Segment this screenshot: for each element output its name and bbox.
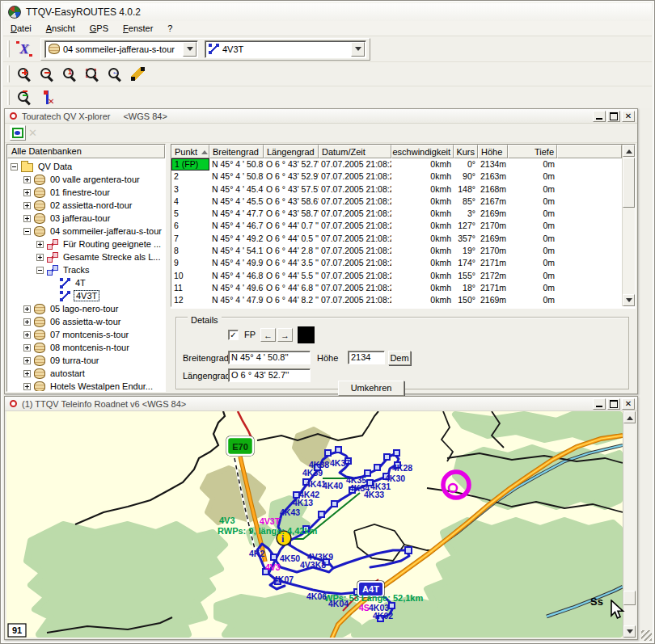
zoom-window-button[interactable] — [82, 65, 103, 84]
zoom-100-button[interactable]: 1 — [59, 65, 80, 84]
column-header[interactable]: Höhe — [478, 145, 508, 158]
expand-toggle[interactable] — [36, 267, 44, 274]
tree-item[interactable]: QV Data — [7, 160, 165, 173]
expand-toggle[interactable] — [23, 318, 31, 326]
tree-item[interactable]: autostart — [7, 367, 165, 380]
expand-toggle[interactable] — [36, 254, 44, 261]
horizontal-splitter[interactable] — [171, 307, 636, 314]
expand-toggle[interactable] — [23, 331, 31, 339]
tree-item[interactable]: 04 sommeiler-jafferau-s-tour — [7, 225, 165, 238]
scrollbar-thumb[interactable] — [623, 158, 635, 208]
scroll-up-button[interactable] — [623, 411, 636, 423]
map-canvas[interactable]: E70 A4T 4V3 RWPs: 9, länge: 4,42km WPs: … — [6, 411, 623, 638]
tree-item[interactable]: Hotels Westalpen Endur... — [7, 380, 165, 392]
scroll-down-button[interactable] — [623, 294, 635, 306]
menu-?[interactable]: ? — [160, 22, 180, 35]
zoom-out-button[interactable] — [36, 65, 57, 84]
show-on-map-button[interactable] — [10, 125, 26, 141]
table-row[interactable]: 12N 45° 4 ' 47.9''O 6 ° 44' 8.2 ''07.07.… — [171, 294, 622, 306]
expand-toggle[interactable] — [23, 357, 31, 364]
xplorer-toggle-button[interactable]: X — [14, 40, 35, 59]
menu-datei[interactable]: Datei — [3, 22, 39, 35]
altitude-field[interactable]: 2134 — [348, 351, 385, 364]
menu-fenster[interactable]: Fenster — [116, 22, 160, 35]
zoom-previous-button[interactable]: ← — [104, 65, 125, 84]
longitude-field[interactable]: O 6 ° 43' 52.7'' — [228, 368, 311, 382]
close-button[interactable] — [622, 398, 635, 410]
table-row[interactable]: 4N 45° 4 ' 45.5''O 6 ° 43' 58.6''07.07.2… — [171, 196, 622, 208]
tree-item[interactable]: 01 finestre-tour — [7, 186, 165, 199]
expand-toggle[interactable] — [23, 202, 31, 209]
column-header[interactable]: Datum/Zeit — [319, 145, 391, 158]
column-header[interactable]: Punkt — [171, 145, 209, 158]
previous-point-button[interactable] — [260, 328, 276, 342]
table-row[interactable]: 3N 45° 4 ' 45.4''O 6 ° 43' 57.5''07.07.2… — [171, 183, 622, 196]
table-row[interactable]: 5N 45° 4 ' 47.7''O 6 ° 43' 58.7''07.07.2… — [171, 208, 622, 220]
tree-header[interactable]: Alle Datenbanken — [7, 145, 165, 158]
database-combo[interactable]: 04 sommeiler-jafferau-s-tour — [44, 40, 198, 58]
toolbar-grip[interactable] — [7, 90, 10, 105]
table-row[interactable]: 8N 45° 4 ' 54.1''O 6 ° 44' 2.8 ''07.07.2… — [171, 245, 622, 257]
column-header[interactable]: Tiefe — [508, 145, 557, 158]
tree-item[interactable]: 00 valle argentera-tour — [7, 173, 165, 186]
xplorer-title-bar[interactable]: Touratech QV X-plorer <WGS 84> — [5, 109, 637, 124]
minimize-button[interactable] — [593, 398, 606, 410]
tree-item[interactable]: 02 assietta-nord-tour — [7, 199, 165, 212]
fp-checkbox[interactable] — [228, 330, 239, 340]
table-row[interactable]: 7N 45° 4 ' 49.2''O 6 ° 44' 0.5 ''07.07.2… — [171, 233, 622, 245]
expand-toggle[interactable] — [23, 176, 31, 183]
toolbar-grip[interactable] — [7, 40, 10, 58]
maximize-button[interactable] — [607, 111, 620, 122]
tree-item[interactable]: 06 assietta-w-tour — [7, 315, 165, 328]
toolbar-grip[interactable] — [7, 65, 10, 82]
expand-toggle[interactable] — [36, 241, 44, 248]
measure-button[interactable] — [127, 65, 148, 84]
track-combo-dropdown-button[interactable] — [351, 42, 365, 57]
expand-toggle[interactable] — [23, 383, 31, 390]
table-row[interactable]: 10N 45° 4 ' 46.8''O 6 ° 44' 5.5 ''07.07.… — [171, 270, 622, 282]
tree-item[interactable]: 07 montcenis-s-tour — [7, 328, 165, 341]
track-color-swatch[interactable] — [298, 326, 315, 343]
expand-toggle[interactable] — [23, 189, 31, 196]
show-position-button[interactable] — [14, 88, 35, 107]
menu-ansicht[interactable]: Ansicht — [39, 22, 82, 35]
track-combo[interactable]: 4V3T — [205, 40, 366, 58]
column-header[interactable]: Längengrad — [264, 145, 319, 158]
scroll-up-button[interactable] — [623, 145, 635, 157]
tree-item[interactable]: 09 turra-tour — [7, 354, 165, 367]
close-button[interactable] — [622, 111, 635, 122]
reverse-route-button[interactable]: Umkehren — [338, 381, 404, 396]
tree-item[interactable]: 08 montcenis-n-tour — [7, 341, 165, 354]
tree-item[interactable]: Gesamte Strecke als L... — [7, 250, 165, 263]
column-header[interactable]: Geschwindigkeit — [391, 145, 454, 158]
zoom-in-button[interactable] — [14, 65, 35, 84]
scroll-down-button[interactable] — [623, 625, 636, 638]
table-row[interactable]: 9N 45° 4 ' 49.9''O 6 ° 44' 3.5 ''07.07.2… — [171, 257, 622, 269]
tree-item[interactable]: Tracks — [7, 263, 165, 276]
minimize-button[interactable] — [593, 111, 606, 122]
expand-toggle[interactable] — [23, 370, 31, 377]
expand-toggle[interactable] — [23, 228, 31, 235]
expand-toggle[interactable] — [23, 344, 31, 351]
latitude-field[interactable]: N 45° 4 ' 50.8'' — [228, 351, 311, 364]
next-point-button[interactable] — [277, 328, 293, 342]
resize-grip[interactable] — [641, 630, 652, 641]
expand-toggle[interactable] — [23, 305, 31, 313]
table-row[interactable]: 2N 45° 4 ' 50.8''O 6 ° 43' 52.9''07.07.2… — [171, 170, 622, 183]
column-header[interactable]: Kurs — [454, 145, 478, 158]
tree-item[interactable]: 4T — [7, 276, 165, 289]
database-combo-dropdown-button[interactable] — [183, 42, 196, 57]
table-row[interactable]: 1 (FP)N 45° 4 ' 50.8''O 6 ° 43' 52.7''07… — [171, 158, 622, 170]
maximize-button[interactable] — [607, 398, 620, 410]
tree-item[interactable]: 05 lago-nero-tour — [7, 302, 165, 315]
map-title-bar[interactable]: (1) TTQV Teleinfo Roadnet v6 <WGS 84> — [5, 397, 637, 411]
tree-item[interactable]: 4V3T — [7, 289, 165, 302]
title-bar[interactable]: TTQV-EasyROUTES 4.0.2 — [3, 3, 652, 21]
tree-item[interactable]: 03 jafferau-tour — [7, 212, 165, 225]
table-row[interactable]: 11N 45° 4 ' 49.6''O 6 ° 44' 6.8 ''07.07.… — [171, 282, 622, 294]
table-scrollbar[interactable] — [622, 145, 635, 306]
expand-toggle[interactable] — [11, 163, 18, 170]
menu-gps[interactable]: GPS — [82, 22, 116, 35]
tree-item[interactable]: Für Routing geeignete ... — [7, 238, 165, 250]
dem-button[interactable]: Dem — [388, 351, 411, 365]
